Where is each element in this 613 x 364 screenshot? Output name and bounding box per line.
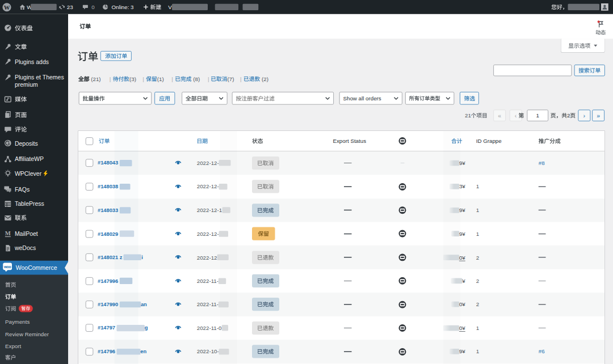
svg-text:M: M	[5, 230, 11, 236]
svg-text:W: W	[4, 4, 10, 11]
